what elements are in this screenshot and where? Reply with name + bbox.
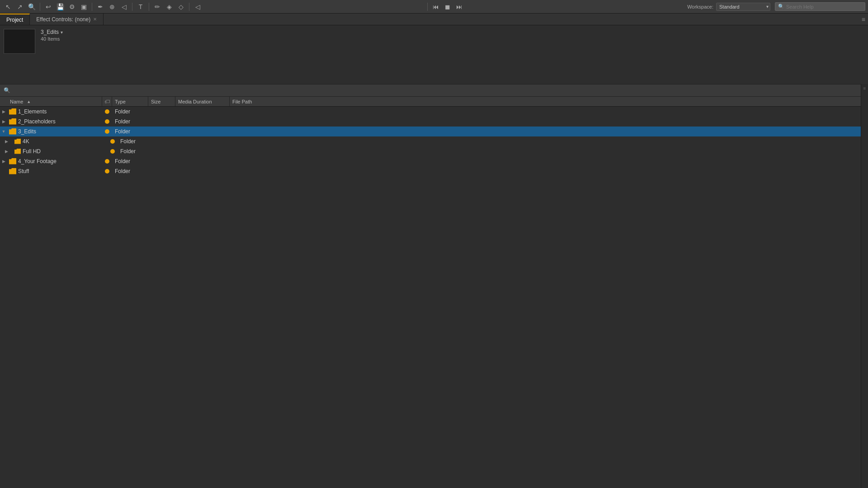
name-text-4k: 4K xyxy=(23,138,29,145)
effects-tool[interactable]: ◁ xyxy=(192,1,203,12)
column-duration-header[interactable]: Media Duration xyxy=(175,97,230,106)
name-cell-elements: 1_Elements xyxy=(7,108,102,115)
settings-btn[interactable]: ⚙ xyxy=(66,1,77,12)
name-cell-your-footage: 4_Your Footage xyxy=(7,158,102,164)
icon-cell-edits xyxy=(102,129,112,134)
effect-controls-tab[interactable]: Effect Controls: (none) ✕ xyxy=(30,14,104,25)
column-name-header[interactable]: Name ▲ xyxy=(7,97,102,106)
file-row-edits[interactable]: ▼ 3_Edits Folder xyxy=(0,127,868,136)
slice-tool[interactable]: ◇ xyxy=(175,1,186,12)
stop-btn[interactable]: ◼ xyxy=(442,1,453,12)
preview-thumbnail xyxy=(4,29,35,54)
text-tool[interactable]: T xyxy=(135,1,146,12)
project-search-input[interactable] xyxy=(13,87,864,94)
save-btn[interactable]: 💾 xyxy=(55,1,66,12)
eraser-tool[interactable]: ◁ xyxy=(118,1,129,12)
file-row-elements[interactable]: ▶ 1_Elements Folder xyxy=(0,107,868,117)
label-dot-fullhd xyxy=(110,149,115,154)
panel-menu-btn[interactable]: ≡ xyxy=(862,16,865,23)
preview-area: 3_Edits ▾ 40 Items xyxy=(0,25,868,84)
file-row-placeholders[interactable]: ▶ 2_Placeholders Folder xyxy=(0,117,868,127)
name-text-edits: 3_Edits xyxy=(18,128,36,135)
effect-controls-tab-label: Effect Controls: (none) xyxy=(36,16,90,23)
label-dot-stuff xyxy=(105,169,109,174)
file-row-your-footage[interactable]: ▶ 4_Your Footage Folder xyxy=(0,156,868,166)
icon-cell-placeholders xyxy=(102,119,112,124)
name-cell-edits: 3_Edits xyxy=(7,128,102,135)
type-cell-placeholders: Folder xyxy=(112,118,148,125)
separator-4 xyxy=(149,3,149,11)
name-cell-fullhd: Full HD xyxy=(13,148,108,155)
name-text-placeholders: 2_Placeholders xyxy=(18,118,56,125)
label-dot-4k xyxy=(110,139,115,144)
next-btn[interactable]: ⏭ xyxy=(454,1,465,12)
expander-fullhd[interactable]: ▶ xyxy=(0,149,13,154)
file-row-4k[interactable]: ▶ 4K Folder xyxy=(0,136,868,146)
column-size-label: Size xyxy=(151,99,160,104)
file-row-stuff[interactable]: Stuff Folder xyxy=(0,166,868,176)
project-search-icon: 🔍 xyxy=(4,87,10,94)
preview-name-text: 3_Edits xyxy=(41,29,59,35)
right-edge-buttons: ≡ xyxy=(861,84,868,488)
folder-icon-fullhd xyxy=(14,149,21,154)
project-tab-label: Project xyxy=(6,17,23,23)
workspace-area: Workspace: Standard Editing Color Audio … xyxy=(687,3,770,11)
label-dot-elements xyxy=(105,109,109,114)
icon-cell-your-footage xyxy=(102,159,112,164)
icon-cell-stuff xyxy=(102,169,112,174)
track-select-tool[interactable]: ↗ xyxy=(14,1,25,12)
expander-edits[interactable]: ▼ xyxy=(0,129,7,134)
preview-count: 40 Items xyxy=(41,36,63,42)
adjust-tool[interactable]: ⊕ xyxy=(107,1,118,12)
separator-6 xyxy=(427,3,428,11)
effect-controls-close[interactable]: ✕ xyxy=(93,17,97,22)
expander-elements[interactable]: ▶ xyxy=(0,109,7,114)
insert-btn[interactable]: ▣ xyxy=(78,1,89,12)
prev-btn[interactable]: ⏮ xyxy=(430,1,441,12)
brush-tool[interactable]: ◈ xyxy=(164,1,175,12)
icon-cell-fullhd xyxy=(108,149,118,154)
main-content: 3_Edits ▾ 40 Items 🔍 Name ▲ 🏷 Type xyxy=(0,25,868,488)
file-row-fullhd[interactable]: ▶ Full HD Folder xyxy=(0,146,868,156)
preview-name: 3_Edits ▾ xyxy=(41,29,63,35)
separator-1 xyxy=(40,3,40,11)
name-cell-placeholders: 2_Placeholders xyxy=(7,118,102,125)
column-size-header[interactable]: Size xyxy=(148,97,175,106)
separator-5 xyxy=(189,3,189,11)
expander-4k[interactable]: ▶ xyxy=(0,139,13,144)
column-filepath-header[interactable]: File Path xyxy=(230,97,868,106)
column-duration-label: Media Duration xyxy=(178,99,212,104)
label-dot-edits xyxy=(105,129,109,134)
preview-info: 3_Edits ▾ 40 Items xyxy=(41,29,63,42)
color-tool[interactable]: ✏ xyxy=(152,1,163,12)
type-cell-edits: Folder xyxy=(112,128,148,135)
expander-your-footage[interactable]: ▶ xyxy=(0,159,7,164)
column-label-header[interactable]: 🏷 xyxy=(102,97,112,106)
icon-cell-elements xyxy=(102,109,112,114)
type-cell-4k: Folder xyxy=(118,138,154,145)
zoom-tool[interactable]: 🔍 xyxy=(26,1,37,12)
file-list: ▶ 1_Elements Folder ▶ 2_Placeholders xyxy=(0,107,868,488)
column-headers: Name ▲ 🏷 Type Size Media Duration File P… xyxy=(0,97,868,107)
name-text-elements: 1_Elements xyxy=(18,108,47,115)
name-cell-4k: 4K xyxy=(13,138,108,145)
type-cell-fullhd: Folder xyxy=(118,148,154,155)
project-tab[interactable]: Project xyxy=(0,14,30,25)
folder-icon-placeholders xyxy=(9,118,16,125)
pen-tool[interactable]: ✒ xyxy=(95,1,106,12)
search-area: 🔍 xyxy=(775,2,865,11)
column-type-header[interactable]: Type xyxy=(112,97,148,106)
preview-dropdown-icon[interactable]: ▾ xyxy=(61,30,63,35)
type-cell-elements: Folder xyxy=(112,108,148,115)
folder-icon-elements xyxy=(9,108,16,115)
workspace-label: Workspace: xyxy=(687,4,713,9)
search-help-input[interactable] xyxy=(786,4,859,9)
workspace-select[interactable]: Standard Editing Color Audio Effects Gra… xyxy=(716,3,770,11)
column-name-label: Name xyxy=(10,99,23,104)
edge-btn-top[interactable]: ≡ xyxy=(863,85,867,92)
selection-tool[interactable]: ↖ xyxy=(3,1,14,12)
column-type-label: Type xyxy=(115,99,126,104)
icon-cell-4k xyxy=(108,139,118,144)
expander-placeholders[interactable]: ▶ xyxy=(0,119,7,124)
undo-btn[interactable]: ↩ xyxy=(43,1,54,12)
